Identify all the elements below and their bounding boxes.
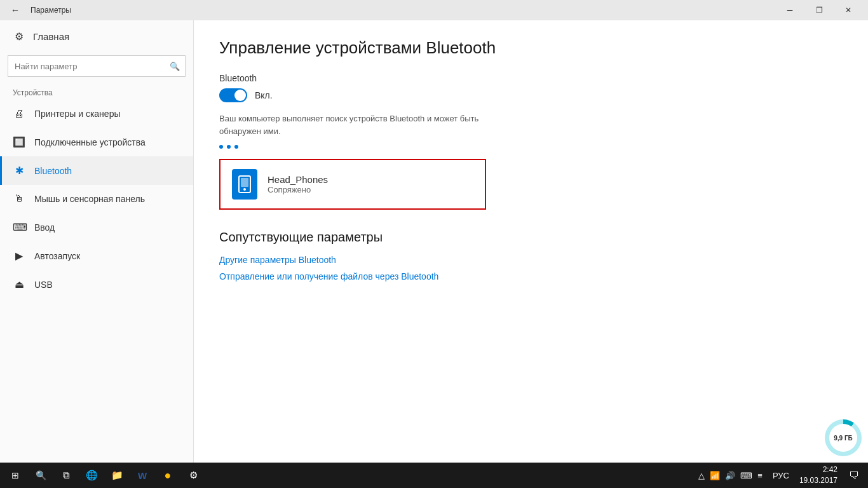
bluetooth-toggle-row: Вкл. xyxy=(219,88,843,102)
chevron-icon[interactable]: △ xyxy=(698,471,705,480)
sidebar-item-autostart[interactable]: ▶ Автозапуск xyxy=(0,241,193,270)
titlebar: ← Параметры ─ ❐ ✕ xyxy=(0,0,868,20)
taskbar-search-button[interactable]: 🔍 xyxy=(28,463,53,488)
taskbar: ⊞ 🔍 ⧉ 🌐 📁 W ● ⚙ △ 📶 🔊 ⌨ ≡ РУС 2:42 19.03… xyxy=(0,463,868,488)
sidebar-item-label: Мышь и сенсорная панель xyxy=(34,194,145,204)
app-body: ⚙ Главная 🔍 Устройства 🖨 Принтеры и скан… xyxy=(0,20,868,463)
titlebar-left: ← Параметры xyxy=(5,0,71,20)
task-view-button[interactable]: ⧉ xyxy=(53,463,79,488)
search-input[interactable] xyxy=(8,62,165,71)
bluetooth-icon: ✱ xyxy=(13,165,25,177)
sidebar-item-mouse[interactable]: 🖱 Мышь и сенсорная панель xyxy=(0,185,193,213)
sidebar-item-label: Подключенные устройства xyxy=(34,137,146,147)
sidebar-item-connected[interactable]: 🔲 Подключенные устройства xyxy=(0,128,193,156)
titlebar-title: Параметры xyxy=(31,6,71,15)
volume-icon[interactable]: 🔊 xyxy=(725,471,735,480)
storage-bubble: 9,9 ГБ xyxy=(825,419,862,456)
storage-label: 9,9 ГБ xyxy=(829,424,857,452)
bluetooth-section-label: Bluetooth xyxy=(219,73,843,83)
sidebar-item-bluetooth[interactable]: ✱ Bluetooth xyxy=(0,156,193,185)
keyboard-icon[interactable]: ⌨ xyxy=(740,471,752,480)
connected-icon: 🔲 xyxy=(13,136,25,148)
device-info: Head_Phones Сопряжено xyxy=(268,174,328,194)
titlebar-controls: ─ ❐ ✕ xyxy=(775,0,863,20)
usb-icon: ⏏ xyxy=(13,278,25,290)
sidebar-item-label: Принтеры и сканеры xyxy=(34,109,120,119)
sidebar-home[interactable]: ⚙ Главная xyxy=(0,20,193,53)
input-method-icon[interactable]: ≡ xyxy=(757,471,763,480)
svg-point-2 xyxy=(243,188,246,191)
device-card[interactable]: Head_Phones Сопряжено xyxy=(219,159,486,210)
dot-1 xyxy=(219,145,223,149)
taskbar-sys-icons: △ 📶 🔊 ⌨ ≡ xyxy=(693,471,768,480)
maximize-button[interactable]: ❐ xyxy=(804,0,834,20)
minimize-button[interactable]: ─ xyxy=(775,0,804,20)
scanning-text: Ваш компьютер выполняет поиск устройств … xyxy=(219,112,486,137)
related-title: Сопутствующие параметры xyxy=(219,230,843,245)
page-title: Управление устройствами Bluetooth xyxy=(219,38,843,58)
svg-rect-1 xyxy=(241,178,248,187)
dot-3 xyxy=(234,145,238,149)
device-status: Сопряжено xyxy=(268,185,328,194)
printers-icon: 🖨 xyxy=(13,108,25,119)
taskbar-clock[interactable]: 2:42 19.03.2017 xyxy=(794,464,843,486)
taskbar-word[interactable]: W xyxy=(130,463,155,488)
scanning-animation xyxy=(219,145,843,149)
related-link-send-receive[interactable]: Отправление или получение файлов через B… xyxy=(219,271,843,281)
taskbar-explorer[interactable]: 📁 xyxy=(104,463,130,488)
taskbar-edge[interactable]: 🌐 xyxy=(79,463,104,488)
language-label: РУС xyxy=(773,471,789,480)
device-icon xyxy=(232,169,257,200)
language-indicator[interactable]: РУС xyxy=(768,471,794,480)
autostart-icon: ▶ xyxy=(13,250,25,262)
sidebar-item-input[interactable]: ⌨ Ввод xyxy=(0,213,193,241)
sidebar-section-label: Устройства xyxy=(0,85,193,100)
notification-button[interactable]: 🗨 xyxy=(843,463,865,488)
sidebar-item-label: Ввод xyxy=(34,222,55,233)
bluetooth-toggle[interactable] xyxy=(219,88,247,102)
toggle-label: Вкл. xyxy=(255,90,273,100)
search-box[interactable]: 🔍 xyxy=(8,55,186,77)
sidebar-item-usb[interactable]: ⏏ USB xyxy=(0,270,193,299)
mouse-icon: 🖱 xyxy=(13,193,25,205)
related-link-bluetooth-settings[interactable]: Другие параметры Bluetooth xyxy=(219,255,843,265)
home-icon: ⚙ xyxy=(13,30,25,43)
clock-time: 2:42 xyxy=(799,464,837,475)
sidebar-item-label: Автозапуск xyxy=(34,251,80,261)
sidebar-item-label: Bluetooth xyxy=(34,166,72,176)
network-icon[interactable]: 📶 xyxy=(710,471,720,480)
close-button[interactable]: ✕ xyxy=(834,0,863,20)
sidebar-item-printers[interactable]: 🖨 Принтеры и сканеры xyxy=(0,100,193,128)
search-icon: 🔍 xyxy=(165,62,185,71)
back-button[interactable]: ← xyxy=(5,0,25,20)
clock-date: 19.03.2017 xyxy=(799,475,837,486)
sidebar: ⚙ Главная 🔍 Устройства 🖨 Принтеры и скан… xyxy=(0,20,194,463)
sidebar-home-label: Главная xyxy=(33,31,69,42)
taskbar-settings[interactable]: ⚙ xyxy=(180,463,206,488)
start-button[interactable]: ⊞ xyxy=(3,463,28,488)
sidebar-item-label: USB xyxy=(34,280,53,290)
dot-2 xyxy=(227,145,231,149)
device-name: Head_Phones xyxy=(268,174,328,185)
content-area: Управление устройствами Bluetooth Blueto… xyxy=(194,20,868,463)
taskbar-chrome[interactable]: ● xyxy=(155,463,180,488)
input-icon: ⌨ xyxy=(13,221,25,233)
